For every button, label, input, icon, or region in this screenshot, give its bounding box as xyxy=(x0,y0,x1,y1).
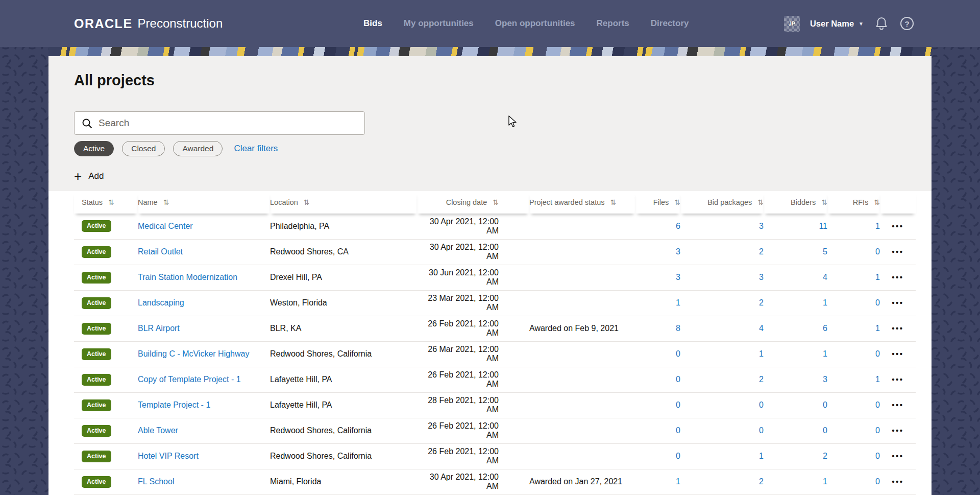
row-menu-button[interactable]: ••• xyxy=(892,477,903,486)
nav-item-reports[interactable]: Reports xyxy=(597,18,629,29)
row-menu-button[interactable]: ••• xyxy=(892,298,903,307)
notifications-button[interactable] xyxy=(874,16,889,31)
column-header-project-awarded-status[interactable]: Project awarded status⇅ xyxy=(529,191,635,214)
row-menu-button[interactable]: ••• xyxy=(892,375,903,384)
files-count-link[interactable]: 1 xyxy=(676,298,680,307)
bidders-count-link[interactable]: 0 xyxy=(823,426,827,435)
files-count-link[interactable]: 0 xyxy=(676,426,680,435)
project-name-link[interactable]: Template Project - 1 xyxy=(138,400,210,409)
files-count-link[interactable]: 3 xyxy=(676,273,680,281)
project-name-link[interactable]: Medical Center xyxy=(138,222,193,230)
rfis-count-link[interactable]: 0 xyxy=(875,477,880,486)
files-count-link[interactable]: 0 xyxy=(676,452,680,460)
user-menu[interactable]: User Name ▼ xyxy=(810,19,864,29)
rfis-count-link[interactable]: 0 xyxy=(875,426,880,435)
bidders-count-link[interactable]: 0 xyxy=(823,400,827,409)
filter-chip-closed[interactable]: Closed xyxy=(122,141,165,156)
project-name-link[interactable]: Building C - McVicker Highway xyxy=(138,349,249,358)
bidders-count-link[interactable]: 6 xyxy=(823,324,827,333)
project-name-link[interactable]: Copy of Template Project - 1 xyxy=(138,375,241,384)
bid-packages-count-link[interactable]: 2 xyxy=(759,477,764,486)
rfis-count-link[interactable]: 1 xyxy=(875,273,880,281)
project-name-link[interactable]: Able Tower xyxy=(138,426,178,435)
files-cell: 3 xyxy=(635,265,680,290)
bidders-count-link[interactable]: 3 xyxy=(823,375,827,384)
name-cell: FL School xyxy=(138,469,270,494)
add-project-button[interactable]: + Add xyxy=(74,168,104,185)
row-menu-button[interactable]: ••• xyxy=(892,222,903,230)
status-badge: Active xyxy=(82,476,111,488)
bid-packages-count-link[interactable]: 3 xyxy=(759,273,764,281)
project-name-link[interactable]: FL School xyxy=(138,477,174,486)
project-name-link[interactable]: Landscaping xyxy=(138,298,184,307)
bid-packages-count-link[interactable]: 0 xyxy=(759,400,764,409)
rfis-count-link[interactable]: 0 xyxy=(875,298,880,307)
column-header-bidders[interactable]: Bidders⇅ xyxy=(764,191,827,214)
files-count-link[interactable]: 0 xyxy=(676,349,680,358)
bidders-count-link[interactable]: 1 xyxy=(823,477,827,486)
row-menu-button[interactable]: ••• xyxy=(892,324,903,333)
bid-packages-count-link[interactable]: 1 xyxy=(759,452,764,460)
nav-item-directory[interactable]: Directory xyxy=(651,18,689,29)
column-header-bid-packages[interactable]: Bid packages⇅ xyxy=(680,191,764,214)
bidders-count-link[interactable]: 11 xyxy=(819,222,827,230)
column-header-status[interactable]: Status⇅ xyxy=(74,191,138,214)
bid-packages-count-link[interactable]: 1 xyxy=(759,349,764,358)
rfis-count-link[interactable]: 1 xyxy=(875,222,880,230)
bid-packages-count-link[interactable]: 2 xyxy=(759,247,764,256)
bidders-count-link[interactable]: 4 xyxy=(823,273,827,281)
table-row: Active BLR Airport BLR, KA 26 Feb 2021, … xyxy=(74,316,916,341)
rfis-count-link[interactable]: 0 xyxy=(875,349,880,358)
files-count-link[interactable]: 3 xyxy=(676,247,680,256)
closing-date-cell: 30 Apr 2021, 12:00 AM xyxy=(417,239,529,265)
files-count-link[interactable]: 0 xyxy=(676,400,680,409)
column-header-closing-date[interactable]: Closing date⇅ xyxy=(417,191,529,214)
rfis-count-link[interactable]: 1 xyxy=(875,375,880,384)
files-count-link[interactable]: 1 xyxy=(676,477,680,486)
project-name-link[interactable]: BLR Airport xyxy=(138,324,180,333)
column-header-rfis[interactable]: RFIs⇅ xyxy=(827,191,880,214)
bidders-count-link[interactable]: 5 xyxy=(823,247,827,256)
rfis-count-link[interactable]: 0 xyxy=(875,452,880,460)
awarded-status-cell: Awarded on Jan 27, 2021 xyxy=(529,469,635,494)
rfis-count-link[interactable]: 1 xyxy=(875,324,880,333)
help-button[interactable]: ? xyxy=(899,16,915,31)
nav-item-bids[interactable]: Bids xyxy=(363,18,382,29)
avatar[interactable]: JP xyxy=(784,16,800,32)
bid-packages-count-link[interactable]: 0 xyxy=(759,426,764,435)
nav-item-open-opportunities[interactable]: Open opportunities xyxy=(495,18,575,29)
bid-packages-count-link[interactable]: 2 xyxy=(759,375,764,384)
project-name-link[interactable]: Retail Outlet xyxy=(138,247,183,256)
files-count-link[interactable]: 6 xyxy=(676,222,680,230)
row-menu-button[interactable]: ••• xyxy=(892,273,903,281)
decorative-stripe-banner xyxy=(48,47,932,56)
row-menu-button[interactable]: ••• xyxy=(892,247,903,256)
clear-filters-link[interactable]: Clear filters xyxy=(234,144,278,154)
filter-chip-active[interactable]: Active xyxy=(74,141,114,156)
awarded-status-cell xyxy=(529,367,635,392)
row-menu-button[interactable]: ••• xyxy=(892,426,903,435)
files-count-link[interactable]: 8 xyxy=(676,324,680,333)
nav-item-my-opportunities[interactable]: My opportunities xyxy=(404,18,474,29)
bidders-count-link[interactable]: 2 xyxy=(823,452,827,460)
column-header-name[interactable]: Name⇅ xyxy=(138,191,270,214)
closing-date-cell: 26 Feb 2021, 12:00 AM xyxy=(417,316,529,341)
bid-packages-count-link[interactable]: 3 xyxy=(759,222,764,230)
rfis-count-link[interactable]: 0 xyxy=(875,247,880,256)
row-menu-button[interactable]: ••• xyxy=(892,349,903,358)
bid-packages-count-link[interactable]: 2 xyxy=(759,298,764,307)
bid-packages-count-link[interactable]: 4 xyxy=(759,324,764,333)
bidders-count-link[interactable]: 1 xyxy=(823,349,827,358)
row-menu-button[interactable]: ••• xyxy=(892,452,903,460)
files-count-link[interactable]: 0 xyxy=(676,375,680,384)
project-name-link[interactable]: Train Station Modernization xyxy=(138,273,237,281)
row-menu-button[interactable]: ••• xyxy=(892,400,903,409)
column-header-location[interactable]: Location⇅ xyxy=(270,191,417,214)
rfis-count-link[interactable]: 0 xyxy=(875,400,880,409)
filter-chip-awarded[interactable]: Awarded xyxy=(173,141,223,156)
project-name-link[interactable]: Hotel VIP Resort xyxy=(138,452,199,460)
search-input[interactable] xyxy=(99,117,357,129)
bidders-count-link[interactable]: 1 xyxy=(823,298,827,307)
column-header-files[interactable]: Files⇅ xyxy=(635,191,680,214)
row-actions-cell: ••• xyxy=(880,341,916,367)
